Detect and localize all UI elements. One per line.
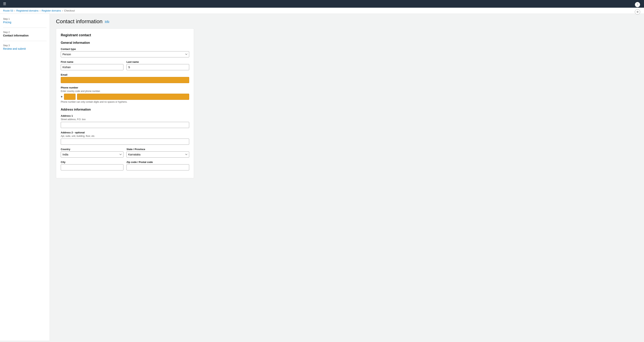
top-navigation: ☰ <box>0 0 644 8</box>
sidebar-item-review-submit[interactable]: Review and submit <box>3 47 46 50</box>
country-select-wrapper: India United States United Kingdom Canad… <box>61 151 124 157</box>
first-name-group: First name <box>61 60 124 70</box>
breadcrumb-sep-1: › <box>14 9 15 12</box>
last-name-group: Last name <box>126 60 189 70</box>
address2-group: Address 2 - optional Apt, suite, unit, b… <box>61 131 189 145</box>
step2-label: Step 2 <box>3 31 46 34</box>
last-name-label: Last name <box>126 60 189 63</box>
email-input[interactable] <box>61 77 189 83</box>
first-name-input[interactable] <box>61 64 124 70</box>
country-label: Country <box>61 148 124 151</box>
breadcrumb-route53[interactable]: Route 53 <box>3 9 13 12</box>
address1-group: Address 1 Street address, P.O. box <box>61 114 189 128</box>
country-state-row: Country India United States United Kingd… <box>61 148 189 161</box>
contact-type-group: Contact type Person Company Association … <box>61 48 189 57</box>
phone-number-input[interactable] <box>77 94 189 100</box>
name-row: First name Last name <box>61 60 189 73</box>
card-title: Registrant contact <box>61 33 189 37</box>
sidebar: Step 1 Pricing Step 2 Contact informatio… <box>0 14 50 340</box>
contact-type-select[interactable]: Person Company Association Public Body R… <box>61 51 189 57</box>
sidebar-item-pricing[interactable]: Pricing <box>3 21 46 24</box>
state-select[interactable]: Karnataka Maharashtra Tamil Nadu Delhi G… <box>126 151 189 157</box>
main-content: Contact information Info Registrant cont… <box>50 14 644 340</box>
breadcrumb-checkout: Checkout <box>64 9 75 12</box>
city-zip-row: City Zip code / Postal code <box>61 161 189 174</box>
sidebar-step-2: Step 2 Contact information <box>3 31 46 37</box>
city-input[interactable] <box>61 164 124 170</box>
phone-hint: Enter country code and phone number. <box>61 90 189 92</box>
breadcrumb-sep-3: › <box>62 9 63 12</box>
country-select[interactable]: India United States United Kingdom Canad… <box>61 151 124 157</box>
info-link[interactable]: Info <box>105 20 109 23</box>
step1-label: Step 1 <box>3 18 46 20</box>
address2-input[interactable] <box>61 138 189 145</box>
address2-sublabel: Apt, suite, unit, building, floor, etc. <box>61 135 189 137</box>
phone-country-input[interactable] <box>64 94 76 100</box>
phone-group: Phone number Enter country code and phon… <box>61 86 189 103</box>
contact-type-label: Contact type <box>61 48 189 51</box>
phone-label: Phone number <box>61 86 189 89</box>
settings-icon[interactable]: ⚙ <box>635 9 640 15</box>
address1-sublabel: Street address, P.O. box <box>61 118 189 121</box>
state-select-wrapper: Karnataka Maharashtra Tamil Nadu Delhi G… <box>126 151 189 157</box>
last-name-input[interactable] <box>126 64 189 70</box>
sidebar-item-contact-information[interactable]: Contact information <box>3 34 46 37</box>
step-divider-1 <box>3 28 46 28</box>
phone-validation-hint: Phone number can only contain digits and… <box>61 101 189 103</box>
phone-plus-sign: + <box>61 95 62 98</box>
email-group: Email <box>61 73 189 83</box>
state-group: State / Province Karnataka Maharashtra T… <box>126 148 189 157</box>
sidebar-step-1: Step 1 Pricing <box>3 18 46 24</box>
breadcrumb-register-domains[interactable]: Register domains <box>42 9 61 12</box>
breadcrumb-sep-2: › <box>40 9 40 12</box>
address2-label: Address 2 - optional <box>61 131 189 134</box>
breadcrumb-registered-domains[interactable]: Registered domains <box>16 9 38 12</box>
country-group: Country India United States United Kingd… <box>61 148 124 157</box>
help-icon[interactable]: ? <box>635 2 640 7</box>
breadcrumb: Route 53 › Registered domains › Register… <box>0 8 644 14</box>
menu-hamburger-icon[interactable]: ☰ <box>3 2 6 6</box>
city-label: City <box>61 161 124 163</box>
contact-type-select-wrapper: Person Company Association Public Body R… <box>61 51 189 57</box>
address1-label: Address 1 <box>61 114 189 117</box>
zip-group: Zip code / Postal code <box>126 161 189 170</box>
registrant-contact-card: Registrant contact General information C… <box>56 28 194 178</box>
state-label: State / Province <box>126 148 189 151</box>
phone-row: + <box>61 94 189 100</box>
email-label: Email <box>61 73 189 76</box>
page-title: Contact information Info <box>56 19 638 25</box>
address-section-title: Address information <box>61 108 189 111</box>
zip-input[interactable] <box>126 164 189 170</box>
first-name-label: First name <box>61 60 124 63</box>
step-divider-2 <box>3 41 46 41</box>
city-group: City <box>61 161 124 170</box>
sidebar-step-3: Step 3 Review and submit <box>3 44 46 50</box>
page-layout: Step 1 Pricing Step 2 Contact informatio… <box>0 14 644 340</box>
general-section-title: General information <box>61 41 189 45</box>
step3-label: Step 3 <box>3 44 46 47</box>
address1-input[interactable] <box>61 122 189 128</box>
zip-label: Zip code / Postal code <box>126 161 189 163</box>
